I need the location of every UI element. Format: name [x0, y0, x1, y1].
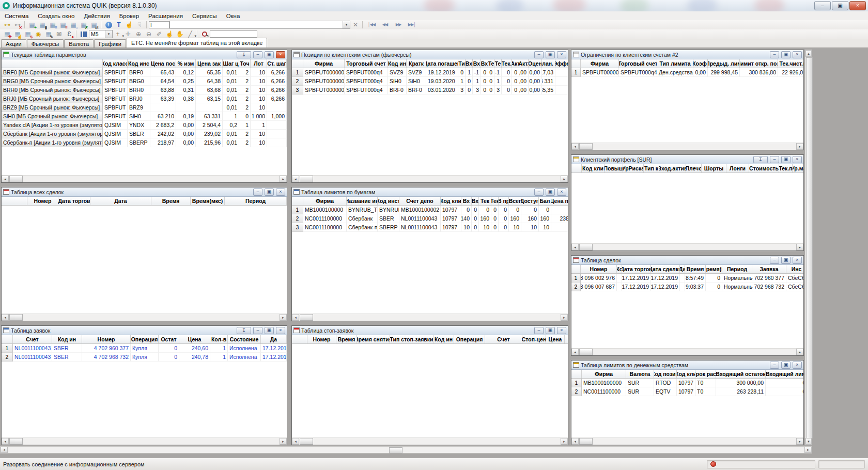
mdi-scroll-down-button[interactable]: ▾ — [805, 438, 812, 445]
cell[interactable]: 6,266 — [267, 77, 287, 86]
column-header[interactable]: Входящий лимит — [766, 370, 804, 378]
cell[interactable]: 0 — [481, 68, 488, 77]
minimize-button[interactable]: – — [253, 51, 262, 58]
cell[interactable]: . 63 331 — [542, 77, 555, 86]
cell[interactable]: BRF0 [МБ Срочный рынок: Фьючерсы] — [2, 68, 103, 77]
window-titlebar[interactable]: Таблица всех сделок–▣× — [2, 187, 287, 197]
cell[interactable]: 10 — [251, 130, 267, 138]
cell[interactable]: Ден.средства — [657, 68, 693, 77]
cell[interactable]: SPBFUT — [103, 103, 128, 112]
cell[interactable]: 0,38 — [176, 95, 196, 103]
cell[interactable]: NC0011100000 — [582, 387, 626, 396]
cell[interactable]: 0,00 — [519, 68, 529, 77]
cell[interactable]: 17.12.2019 — [651, 283, 680, 291]
cell[interactable]: BRG0 [МБ Срочный рынок: Фьючерсы] — [2, 77, 103, 86]
cell[interactable]: T0 — [695, 379, 716, 387]
cell[interactable]: 63,15 — [196, 95, 223, 103]
column-header[interactable]: Тип лимита — [657, 59, 693, 68]
cell[interactable]: 1 — [251, 121, 267, 130]
nav-first-icon[interactable]: │◀◀ — [365, 21, 378, 29]
cell[interactable]: 0 — [491, 214, 499, 223]
table-row[interactable]: 2NC0011100000SUREQTV10797T0263 228,110,0 — [571, 387, 803, 396]
column-header[interactable]: Тек — [479, 197, 491, 205]
table-row[interactable]: 1SPBFUT000000SPBFUT000q4Ден.средства0,00… — [571, 68, 803, 77]
table-row[interactable]: Yandex clA [Акции 1-го уровня (эмулятор)… — [2, 121, 287, 130]
minimize-button[interactable]: – — [253, 327, 262, 334]
cell[interactable]: SUR — [626, 379, 654, 387]
table-row[interactable]: 2NC0011100000СбербанкSBERNL0011100043107… — [292, 214, 568, 223]
column-header[interactable]: Дата погашен — [426, 59, 458, 68]
cell[interactable]: BRJ0 [МБ Срочный рынок: Фьючерсы] — [2, 95, 103, 103]
cell[interactable]: 0,01 — [223, 95, 239, 103]
cell[interactable]: 2 — [239, 130, 251, 138]
column-header[interactable]: Счет — [485, 335, 522, 343]
chevron-down-icon[interactable]: ▾ — [105, 30, 112, 38]
cell[interactable]: T0 — [695, 387, 716, 396]
cell[interactable]: SBERP — [128, 138, 150, 147]
cell[interactable]: 0 — [509, 206, 521, 214]
cell[interactable]: 140 — [461, 214, 472, 223]
tab-4[interactable]: ЕТС. Не меняйте формат таблиц на этой вк… — [127, 38, 267, 48]
window-h-scrollbar[interactable]: ◂▸ — [292, 175, 568, 182]
cell[interactable]: 03.01.2020 — [426, 86, 458, 95]
table-row[interactable]: BRG0 [МБ Срочный рынок: Фьючерсы]SPBFUTB… — [2, 77, 287, 86]
cell[interactable]: 215,96 — [196, 138, 223, 147]
cell[interactable]: 10797 — [677, 387, 695, 396]
cell[interactable]: 0,00 — [176, 138, 196, 147]
cell[interactable]: 0,00 — [176, 121, 196, 130]
cell[interactable] — [551, 206, 568, 214]
column-header[interactable]: Дата торгов — [622, 265, 651, 273]
cell[interactable]: 0 — [499, 214, 509, 223]
app-maximize-button[interactable]: ▣ — [832, 1, 848, 10]
scroll-thumb[interactable] — [579, 244, 593, 250]
table-row[interactable]: 3NC0011100000Сбербанк-пSBERPNL0011100043… — [292, 223, 568, 232]
cell[interactable]: 3 — [494, 86, 502, 95]
nav-prev-icon[interactable]: ◀◀ — [378, 21, 392, 29]
orders-table-icon[interactable]: ▦≡ — [48, 21, 58, 29]
column-header[interactable]: Цена — [179, 335, 210, 343]
cell[interactable]: 0,0 — [766, 379, 804, 387]
cell[interactable]: 0 — [488, 86, 494, 95]
column-header[interactable]: Срок расч — [695, 370, 716, 378]
cell[interactable]: . 65,35 — [542, 86, 555, 95]
cell[interactable]: 0,01 — [223, 138, 239, 147]
cell[interactable]: 242,02 — [150, 130, 176, 138]
cell[interactable] — [267, 130, 287, 138]
cell[interactable]: Сбербанк-п [Акции 1-го уровня (эмулятор)… — [2, 138, 103, 147]
close-button[interactable]: × — [276, 327, 285, 334]
column-header[interactable]: Тип к — [644, 164, 659, 173]
cell[interactable]: 0,00 — [529, 77, 542, 86]
cell[interactable]: SPBFUT000q4 — [345, 77, 388, 86]
tab-1[interactable]: Фьючерсы — [27, 39, 64, 48]
cell[interactable]: 10 — [509, 223, 521, 232]
window-h-scrollbar[interactable]: ◂▸ — [2, 314, 287, 321]
column-header[interactable]: Тек — [491, 197, 499, 205]
mdi-scroll-right-button[interactable]: ▸ — [804, 447, 812, 453]
cell[interactable] — [267, 138, 287, 147]
cell[interactable]: 17.12.2019 — [622, 274, 651, 283]
table-row[interactable]: BRJ0 [МБ Срочный рынок: Фьючерсы]SPBFUTB… — [2, 95, 287, 103]
hand-down-icon[interactable]: ☟ — [134, 21, 145, 29]
cell[interactable]: 10 — [539, 223, 551, 232]
cell[interactable]: 0 — [488, 77, 494, 86]
cell[interactable]: 2 — [239, 138, 251, 147]
cell[interactable]: 218,97 — [150, 138, 176, 147]
table-row[interactable]: 1NL0011100043SBER4 702 960 377Купля0240,… — [2, 344, 287, 353]
cell[interactable]: 0 — [159, 344, 179, 353]
scroll-right-button[interactable]: ▸ — [796, 349, 803, 355]
cell[interactable]: 300 000,00 — [716, 379, 766, 387]
mdi-v-scrollbar[interactable]: ▴ ▾ — [805, 50, 812, 445]
table-row[interactable]: Сбербанк-п [Акции 1-го уровня (эмулятор)… — [2, 138, 287, 147]
cell[interactable]: BRF0 — [388, 86, 407, 95]
cell[interactable]: 160 — [521, 214, 539, 223]
cell[interactable]: 3 096 002 976 — [581, 274, 617, 283]
menu-item-4[interactable]: Расширения — [144, 12, 188, 20]
column-header[interactable]: % изм — [176, 59, 196, 68]
cell[interactable]: Нормальный — [722, 274, 752, 283]
column-header[interactable]: Коэф. — [693, 59, 708, 68]
cell[interactable]: 10 — [461, 223, 472, 232]
column-header[interactable]: Номер — [82, 335, 131, 343]
cell[interactable] — [551, 223, 568, 232]
anchor-button[interactable]: ↧ — [237, 51, 251, 58]
cell[interactable]: 0 — [461, 206, 472, 214]
